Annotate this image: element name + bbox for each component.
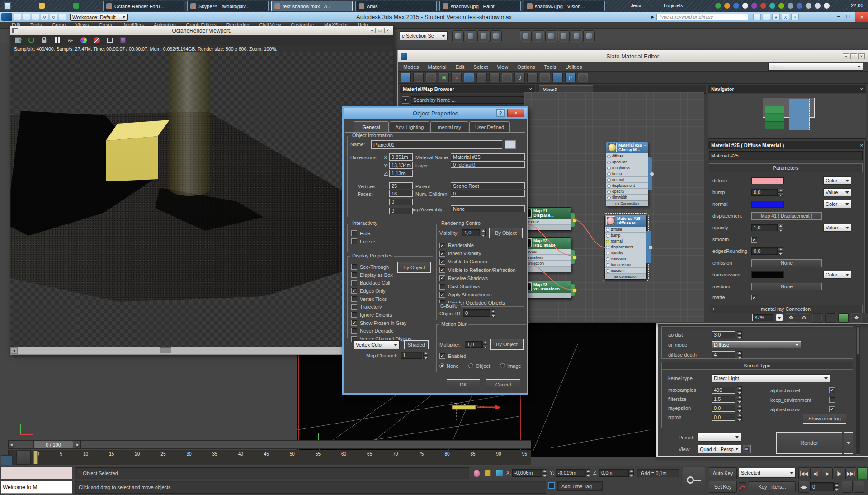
task-button[interactable]: shadow3.jpg - Paint [439,1,521,11]
diffuse-depth-field[interactable]: 4 [712,351,735,358]
kernel-value-spinner[interactable] [737,395,742,403]
slate-titlebar[interactable]: Slate Material Editor – □ × [398,50,868,62]
dialog-tab[interactable]: mental ray [430,121,468,132]
checkbox[interactable]: ✓ [351,272,357,278]
gi-mode-dropdown[interactable]: Diffuse [712,341,801,348]
schematic-view-icon[interactable] [533,30,544,42]
normal-mode-dropdown[interactable]: Color [823,200,851,208]
curve-editor-icon[interactable] [520,30,532,42]
render-target-icon[interactable] [119,37,127,44]
checkbox[interactable]: ✓ [439,251,445,257]
save-image-icon[interactable] [14,37,22,44]
isolate-node-icon[interactable] [540,73,550,82]
view-lock-icon[interactable] [743,445,751,453]
next-frame-button[interactable]: |▶ [834,467,844,479]
visibility-spinner[interactable] [481,229,486,236]
node-slot[interactable]: filmwidth [606,195,648,200]
time-slider-handle[interactable]: 0 / 100 [33,441,73,448]
radio-button[interactable] [468,363,473,368]
layout-children-icon[interactable]: P [565,73,576,82]
opacity-field[interactable]: 1,0 [751,224,778,231]
checkbox[interactable]: ✓ [351,296,357,302]
slate-menu-item[interactable]: Modes [403,64,419,70]
show-maps-icon[interactable] [489,73,500,82]
hide-unused-slots-icon[interactable] [476,73,487,82]
selection-lock-icon[interactable] [485,470,491,476]
autofocus-picker-icon[interactable]: AF [66,37,75,44]
current-frame-field[interactable]: 0 [810,482,834,491]
y-coord-spinner[interactable] [585,469,590,476]
node-slot[interactable]: transmission [605,262,646,268]
multiplier-spinner[interactable] [482,341,487,348]
key-set-dropdown[interactable]: Selected [739,468,796,478]
task-button[interactable]: Skype™ - twobib@liv... [187,1,269,11]
align-icon[interactable] [465,30,476,42]
node-slot[interactable]: emission [605,256,646,262]
checkbox[interactable]: ✓ [351,238,357,244]
node-slot[interactable]: transform [524,255,571,261]
params-scrollbar[interactable] [864,141,868,314]
select-tool-icon[interactable] [401,73,411,82]
set-keys-button[interactable] [683,467,705,493]
opacity-spinner[interactable] [778,224,783,231]
zoom-selected-icon[interactable] [838,313,849,323]
dialog-tab[interactable]: General [354,121,389,132]
radio-button[interactable] [439,363,444,368]
slate-menu-item[interactable]: Tools [544,64,557,70]
listener-pink[interactable] [1,467,72,479]
checkbox[interactable]: ✓ [351,328,357,334]
node-slot[interactable]: displacement [606,183,648,189]
material-preview-icon[interactable] [578,73,588,82]
listener-white[interactable]: Welcome to M [1,481,72,494]
name-field[interactable]: Plane001 [371,140,502,149]
put-to-library-icon[interactable] [426,73,436,82]
zoom-region-icon[interactable] [812,313,822,323]
render-button[interactable]: Render [776,432,842,454]
diffuse-mode-dropdown[interactable]: Color [823,176,851,185]
dialog-close-button[interactable]: × [507,109,524,117]
map-channel-field[interactable]: 1 [401,352,422,359]
node-output-tab[interactable] [571,250,575,264]
app-close-button[interactable]: × [855,12,868,22]
mental-ray-rollout[interactable]: +mental ray Connection [709,305,863,313]
layer-manager-icon[interactable] [477,30,489,42]
show-background-icon[interactable] [502,73,512,82]
node-output-tab[interactable] [648,157,652,190]
enabled-checkbox[interactable]: ✓ [439,353,445,359]
navigator-close-icon[interactable]: × [860,86,863,92]
white-balance-icon[interactable] [80,37,88,44]
goto-start-button[interactable]: |◀◀ [798,467,809,479]
layout-all-icon[interactable] [552,73,563,82]
app-restore-button[interactable]: □ [846,13,849,19]
node-slot[interactable]: texture [524,219,571,225]
frame-spinner[interactable] [834,483,839,490]
clock[interactable]: 22:00 [851,3,863,8]
favorites-icon[interactable]: ★ [772,14,780,20]
node-collapse-icon[interactable]: − [567,238,570,243]
node-slot[interactable]: opacity [605,250,646,256]
mirror-icon[interactable] [452,30,464,42]
slate-menu-item[interactable]: View [497,64,508,70]
bump-mode-dropdown[interactable]: Value [823,188,851,196]
time-tag-cube-icon[interactable] [548,482,555,489]
help-menu-icon[interactable]: ? [791,14,799,20]
displacement-map-button[interactable]: Map #1 ( Displacement ) [751,212,822,220]
kernel-type-rollout[interactable]: −Kernel Type [661,362,853,370]
ok-button[interactable]: OK [447,379,480,390]
checkbox[interactable]: ✓ [439,267,445,273]
kernel-value-field[interactable]: 1,5 [712,396,735,403]
checkbox[interactable]: ✓ [351,304,357,310]
zoom-level-field[interactable]: 67% [752,314,773,321]
transmission-mode-dropdown[interactable]: Color [823,271,851,279]
object-id-field[interactable]: 0 [463,309,490,317]
object-color-swatch[interactable] [505,140,516,149]
node-slot[interactable]: diffuse [606,153,648,159]
kernel-checkbox[interactable]: ✓ [829,387,835,393]
checkbox[interactable]: ✓ [439,259,445,265]
app-minimize-button[interactable]: – [837,13,840,19]
node-map-1[interactable]: Map #1Displace... − texture [524,207,571,231]
kernel-checkbox[interactable]: ✓ [829,406,835,412]
search-input[interactable]: Type a keyword or phrase [656,14,748,20]
checkbox[interactable]: ✓ [439,275,445,281]
x-coord-field[interactable]: -0,006m [512,469,542,477]
